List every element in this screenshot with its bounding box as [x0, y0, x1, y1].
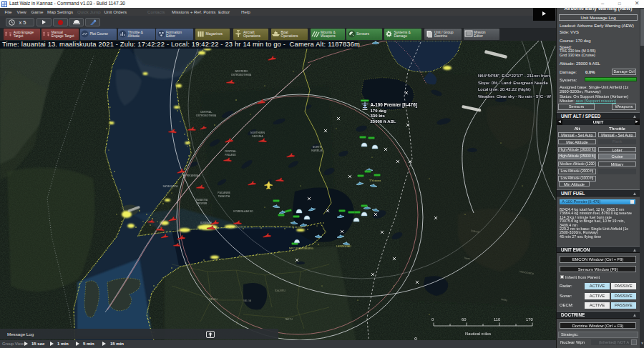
- svg-text:170: 170: [526, 317, 533, 322]
- svg-text:0: 0: [431, 317, 434, 322]
- svg-text:OSTROBOTHNIA: OSTROBOTHNIA: [231, 74, 252, 76]
- svg-text:PÄRNU: PÄRNU: [209, 298, 218, 301]
- svg-text:25000 ft ASL: 25000 ft ASL: [371, 119, 396, 124]
- svg-text:SAVONIA: SAVONIA: [252, 135, 263, 138]
- svg-text:Local time: 20.42.22 (Night): Local time: 20.42.22 (Night): [478, 87, 531, 91]
- svg-text:FINLAND: FINLAND: [225, 154, 236, 156]
- svg-text:IDA-VIRU: IDA-VIRU: [275, 289, 286, 292]
- svg-text:KYMENLAAKSO: KYMENLAAKSO: [233, 210, 253, 213]
- svg-text:PIRKANMAA: PIRKANMAA: [185, 174, 200, 177]
- svg-text:NORTH: NORTH: [313, 146, 322, 149]
- svg-text:Slope: 0% - Land: Evergreen Ne: Slope: 0% - Land: Evergreen Needle: [478, 81, 548, 85]
- svg-text:CENTRAL: CENTRAL: [225, 150, 238, 153]
- svg-text:TAVASTIA: TAVASTIA: [196, 199, 208, 202]
- svg-text:LENINGRAD: LENINGRAD: [336, 245, 351, 248]
- svg-text:NORTHERN: NORTHERN: [250, 131, 265, 134]
- svg-text:Nautical miles: Nautical miles: [465, 332, 491, 336]
- svg-text:VALGA: VALGA: [243, 299, 252, 302]
- svg-text:170 deg: 170 deg: [371, 109, 387, 113]
- svg-text:TAVASTIA: TAVASTIA: [218, 195, 230, 198]
- svg-text:WESTERN: WESTERN: [235, 70, 248, 73]
- svg-text:PÄIJÄNNE: PÄIJÄNNE: [218, 192, 230, 194]
- svg-text:N64°54'58", E42°22'17" - 211nm: N64°54'58", E42°22'17" - 211nm from: [478, 74, 550, 78]
- svg-text:CENTRAL: CENTRAL: [200, 111, 213, 114]
- svg-text:PROPER: PROPER: [197, 202, 208, 205]
- svg-text:KARELIA: KARELIA: [311, 149, 323, 152]
- svg-text:T/Yxxxxxx: T/Yxxxxxx: [369, 179, 381, 182]
- svg-text:60: 60: [462, 317, 466, 322]
- svg-text:110: 110: [494, 317, 500, 322]
- svg-text:OSTROBOTHNIA: OSTROBOTHNIA: [196, 114, 217, 117]
- svg-text:UUSIMAA: UUSIMAA: [200, 222, 213, 224]
- svg-text:A-100 Premier [Il-476]: A-100 Premier [Il-476]: [371, 102, 417, 108]
- svg-text:Weather: Clear sky - No rain -: Weather: Clear sky - No rain - 5°C - W: [478, 94, 551, 99]
- svg-text:TARTU: TARTU: [285, 318, 293, 321]
- svg-text:SATAKUNTA: SATAKUNTA: [163, 185, 178, 188]
- svg-text:MPC PETERSBURG: MPC PETERSBURG: [289, 247, 313, 250]
- svg-text:330 kts: 330 kts: [371, 114, 386, 118]
